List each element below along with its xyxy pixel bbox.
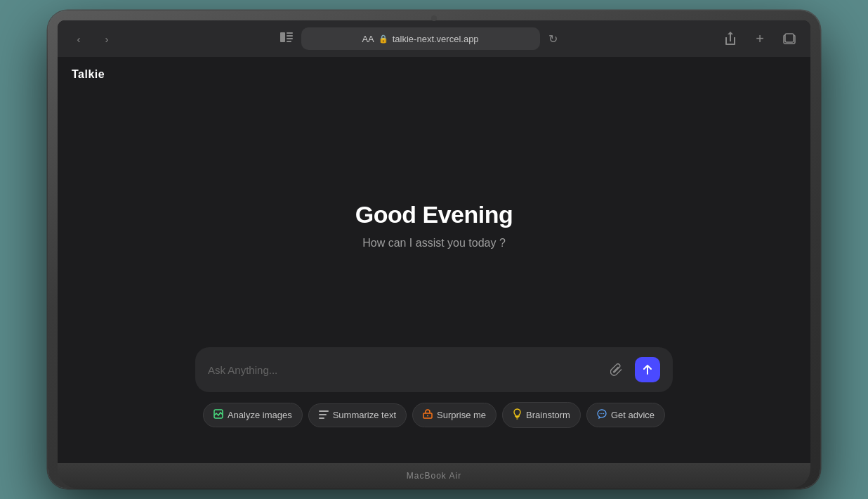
page-content: Talkie Good Evening How can I assist you… [58,57,810,463]
svg-rect-1 [287,32,293,34]
svg-point-12 [427,415,428,417]
chip-analyze[interactable]: Analyze images [203,403,303,427]
svg-rect-13 [515,416,519,417]
advice-label: Get advice [611,410,655,420]
summarize-icon [319,410,329,421]
address-bar[interactable]: AA 🔒 talkie-next.vercel.app [301,27,540,50]
app-logo: Talkie [72,68,105,81]
tabs-button[interactable] [780,29,799,48]
analyze-label: Analyze images [228,410,292,420]
reload-button[interactable]: ↻ [546,30,560,48]
svg-rect-6 [785,34,794,42]
forward-button[interactable]: › [97,29,117,48]
svg-rect-3 [287,38,293,39]
browser-chrome: ‹ › AA 🔒 talkie-next.vercel.app [58,20,810,57]
chip-summarize[interactable]: Summarize text [308,403,407,427]
chat-input[interactable] [208,364,598,376]
svg-rect-4 [287,41,291,42]
summarize-label: Summarize text [333,410,396,420]
url-text: talkie-next.vercel.app [393,34,479,44]
chip-surprise[interactable]: Surprise me [412,403,497,427]
input-area: Analyze images Summarize text [195,347,673,428]
back-button[interactable]: ‹ [69,29,88,48]
attach-button[interactable] [605,358,628,381]
camera [431,15,437,21]
browser-actions: + [721,29,799,48]
chip-brainstorm[interactable]: Brainstorm [502,402,581,428]
aa-label: AA [362,34,374,44]
surprise-label: Surprise me [437,410,486,420]
svg-point-16 [600,413,601,415]
svg-rect-2 [287,35,293,37]
lock-icon: 🔒 [379,34,388,44]
greeting-title: Good Evening [355,201,513,228]
brainstorm-label: Brainstorm [526,410,570,420]
send-button[interactable] [635,357,660,382]
laptop-frame: ‹ › AA 🔒 talkie-next.vercel.app [48,11,820,488]
macbook-label: MacBook Air [407,471,461,481]
svg-point-17 [601,413,603,415]
chat-input-wrapper [195,347,673,392]
svg-rect-0 [280,32,285,42]
advice-icon [597,409,607,421]
chip-advice[interactable]: Get advice [586,403,665,427]
share-button[interactable] [721,29,740,48]
svg-point-18 [603,413,605,415]
svg-rect-10 [319,417,324,419]
surprise-icon [423,409,433,421]
new-tab-button[interactable]: + [750,29,770,48]
greeting-subtitle: How can I assist you today ? [362,237,506,249]
address-bar-container: AA 🔒 talkie-next.vercel.app ↻ [125,27,712,50]
laptop-bottom: MacBook Air [58,463,810,488]
reader-mode-button[interactable] [277,29,296,48]
svg-rect-9 [319,414,327,415]
svg-rect-15 [516,419,518,420]
analyze-icon [213,409,223,421]
screen: ‹ › AA 🔒 talkie-next.vercel.app [58,20,810,463]
brainstorm-icon [513,408,522,422]
quick-actions: Analyze images Summarize text [203,402,665,428]
svg-rect-14 [516,417,519,418]
svg-rect-8 [319,410,329,412]
